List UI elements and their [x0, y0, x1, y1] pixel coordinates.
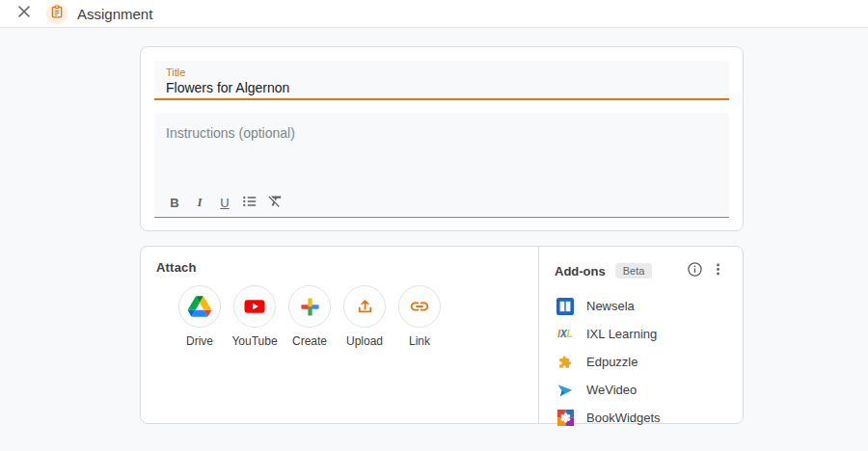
formatting-toolbar: B I U	[164, 192, 285, 213]
ixl-icon: IXL	[556, 326, 574, 343]
addon-item-newsela[interactable]: Newsela	[555, 292, 729, 320]
addon-item-bookwidgets[interactable]: BookWidgets	[555, 404, 729, 432]
addons-info-button[interactable]	[683, 259, 706, 282]
upload-icon	[343, 285, 386, 328]
clear-formatting-button[interactable]	[264, 192, 285, 213]
header-bar: Assignment	[0, 0, 868, 28]
attach-section-label: Attach	[156, 260, 523, 275]
attach-addons-card: Attach Drive	[140, 246, 744, 424]
attach-create-button[interactable]: Create	[288, 285, 331, 348]
attach-options-row: Drive YouTube	[178, 285, 523, 348]
newsela-icon	[556, 298, 574, 315]
instructions-placeholder: Instructions (optional)	[166, 125, 718, 141]
attach-drive-button[interactable]: Drive	[178, 285, 221, 348]
addons-header: Add-ons Beta	[555, 259, 729, 282]
attach-youtube-button[interactable]: YouTube	[233, 285, 276, 348]
attach-option-label: Create	[292, 334, 327, 348]
addons-title: Add-ons	[555, 264, 606, 279]
attach-section: Attach Drive	[141, 247, 538, 423]
bulleted-list-button[interactable]	[239, 192, 260, 213]
addon-item-ixl[interactable]: IXL IXL Learning	[555, 320, 729, 348]
link-icon	[398, 285, 441, 328]
title-input[interactable]: Title Flowers for Algernon	[154, 61, 729, 100]
clear-formatting-icon	[267, 193, 284, 212]
bookwidgets-icon	[556, 410, 574, 427]
google-drive-icon	[178, 285, 221, 328]
attach-option-label: Upload	[346, 334, 383, 348]
edpuzzle-icon	[556, 354, 574, 371]
close-button[interactable]	[15, 5, 33, 22]
beta-badge: Beta	[615, 263, 653, 279]
title-field-label: Title	[166, 66, 718, 78]
addons-section: Add-ons Beta	[538, 247, 743, 423]
addons-menu-button[interactable]	[706, 259, 729, 282]
wevideo-icon	[556, 382, 574, 399]
instructions-input[interactable]: Instructions (optional) B I U	[154, 113, 729, 218]
info-icon	[687, 261, 703, 281]
assignment-clipboard-icon	[50, 5, 64, 22]
google-plus-create-icon	[288, 285, 331, 328]
addon-item-wevideo[interactable]: WeVideo	[555, 376, 729, 404]
assignment-form-card: Title Flowers for Algernon Instructions …	[140, 46, 744, 231]
attach-option-label: Link	[409, 334, 430, 348]
three-dot-menu-icon	[711, 262, 725, 280]
attach-option-label: Drive	[186, 334, 213, 348]
title-field-value: Flowers for Algernon	[166, 80, 718, 95]
addons-list: Newsela IXL IXL Learning Edpuzzle	[555, 292, 729, 432]
attach-option-label: YouTube	[231, 334, 277, 348]
addon-item-edpuzzle[interactable]: Edpuzzle	[555, 348, 729, 376]
bulleted-list-icon	[242, 194, 258, 212]
italic-button[interactable]: I	[189, 192, 210, 213]
youtube-icon	[233, 285, 276, 328]
attach-upload-button[interactable]: Upload	[343, 285, 386, 348]
page-title: Assignment	[77, 6, 152, 22]
bold-button[interactable]: B	[164, 192, 185, 213]
assignment-type-badge	[46, 3, 68, 24]
underline-button[interactable]: U	[214, 192, 235, 213]
attach-link-button[interactable]: Link	[398, 285, 441, 348]
close-icon	[17, 5, 31, 22]
